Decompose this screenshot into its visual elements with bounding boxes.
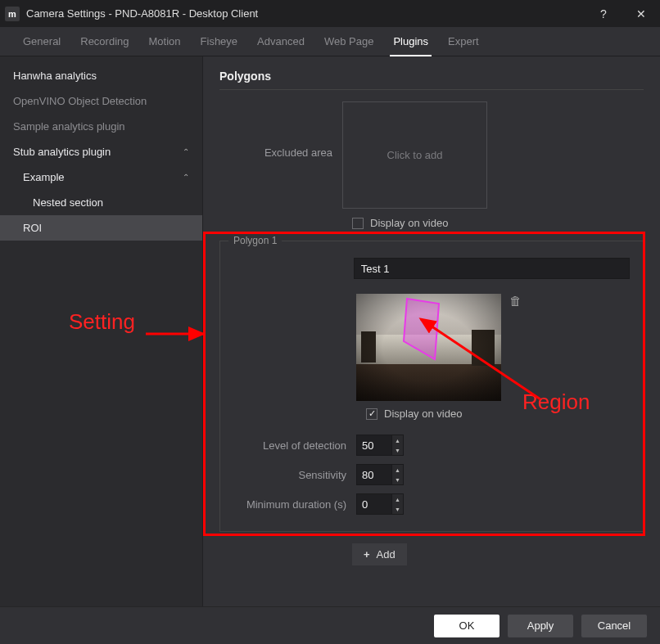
- trash-icon[interactable]: 🗑: [509, 294, 522, 308]
- min-duration-input[interactable]: [356, 493, 392, 515]
- polygon-region-shape: [402, 297, 451, 364]
- sidebar-item-hanwha[interactable]: Hanwha analytics: [0, 63, 202, 88]
- spacer: [233, 258, 354, 261]
- spin-down-icon[interactable]: ▼: [392, 475, 403, 484]
- sidebar-item-nested[interactable]: Nested section: [0, 190, 202, 215]
- tab-motion[interactable]: Motion: [139, 27, 191, 56]
- level-of-detection-spinner[interactable]: ▲▼: [356, 435, 404, 456]
- min-duration-label: Minimum duration (s): [233, 498, 356, 511]
- excluded-area-add-box[interactable]: Click to add: [342, 101, 487, 209]
- help-button[interactable]: ?: [585, 0, 622, 27]
- sidebar-label: Sample analytics plugin: [13, 120, 125, 133]
- level-of-detection-label: Level of detection: [233, 439, 356, 452]
- titlebar: m Camera Settings - PND-A8081R - Desktop…: [0, 0, 660, 27]
- dialog-footer: OK Apply Cancel: [0, 606, 660, 644]
- plus-icon: +: [364, 548, 370, 561]
- add-button-label: Add: [377, 548, 396, 561]
- svg-marker-0: [404, 299, 439, 359]
- spin-down-icon[interactable]: ▼: [392, 504, 403, 514]
- polygons-title: Polygons: [219, 70, 644, 90]
- sidebar-label: Hanwha analytics: [13, 70, 97, 82]
- min-duration-spinner[interactable]: ▲▼: [356, 493, 404, 515]
- ok-button[interactable]: OK: [434, 615, 500, 637]
- display-on-video-label: Display on video: [370, 217, 448, 229]
- sidebar-item-example[interactable]: Example ⌃: [0, 164, 202, 190]
- spin-up-icon[interactable]: ▲: [392, 494, 403, 504]
- close-button[interactable]: ✕: [622, 0, 660, 27]
- sidebar-item-roi[interactable]: ROI: [0, 215, 202, 241]
- content-area: Hanwha analytics OpenVINO Object Detecti…: [0, 56, 660, 606]
- chevron-up-icon: ⌃: [183, 147, 189, 156]
- tab-bar: General Recording Motion Fisheye Advance…: [0, 27, 660, 56]
- sidebar: Hanwha analytics OpenVINO Object Detecti…: [0, 56, 203, 606]
- tab-fisheye[interactable]: Fisheye: [191, 27, 248, 56]
- tab-advanced[interactable]: Advanced: [247, 27, 314, 56]
- sensitivity-spinner[interactable]: ▲▼: [356, 464, 404, 485]
- display-on-video-checkbox-excluded[interactable]: [352, 218, 364, 229]
- spin-up-icon[interactable]: ▲: [392, 465, 403, 475]
- polygon-1-fieldset: Polygon 1: [219, 241, 644, 532]
- tab-general[interactable]: General: [13, 27, 70, 56]
- sidebar-label: OpenVINO Object Detection: [13, 95, 147, 107]
- display-on-video-label-2: Display on video: [384, 408, 462, 420]
- spin-up-icon[interactable]: ▲: [392, 435, 403, 445]
- polygon-name-input[interactable]: [354, 258, 630, 279]
- click-to-add-text: Click to add: [387, 149, 443, 161]
- cancel-button[interactable]: Cancel: [581, 615, 647, 637]
- tab-expert[interactable]: Expert: [438, 27, 489, 56]
- apply-button[interactable]: Apply: [508, 615, 573, 637]
- tab-web-page[interactable]: Web Page: [314, 27, 383, 56]
- tab-recording[interactable]: Recording: [70, 27, 138, 56]
- display-on-video-checkbox-polygon1[interactable]: [366, 408, 377, 420]
- window-title: Camera Settings - PND-A8081R - Desktop C…: [26, 7, 585, 20]
- spin-down-icon[interactable]: ▼: [392, 445, 403, 455]
- sensitivity-label: Sensitivity: [233, 469, 356, 481]
- level-of-detection-input[interactable]: [356, 435, 392, 456]
- main-panel: Polygons Excluded area Click to add Disp…: [203, 56, 660, 606]
- spacer: [233, 286, 356, 289]
- chevron-up-icon: ⌃: [183, 173, 189, 182]
- app-icon: m: [5, 7, 20, 21]
- polygon-1-legend: Polygon 1: [228, 235, 282, 246]
- polygon-preview[interactable]: [356, 294, 501, 401]
- add-polygon-button[interactable]: + Add: [352, 543, 407, 565]
- sidebar-item-stub[interactable]: Stub analytics plugin ⌃: [0, 139, 202, 164]
- sidebar-item-openvino[interactable]: OpenVINO Object Detection: [0, 88, 202, 114]
- tab-plugins[interactable]: Plugins: [383, 27, 438, 56]
- excluded-area-label: Excluded area: [219, 101, 342, 159]
- sidebar-label: Stub analytics plugin: [13, 146, 111, 158]
- sensitivity-input[interactable]: [356, 464, 392, 485]
- sidebar-item-sample[interactable]: Sample analytics plugin: [0, 114, 202, 139]
- sidebar-label: Example: [23, 171, 65, 183]
